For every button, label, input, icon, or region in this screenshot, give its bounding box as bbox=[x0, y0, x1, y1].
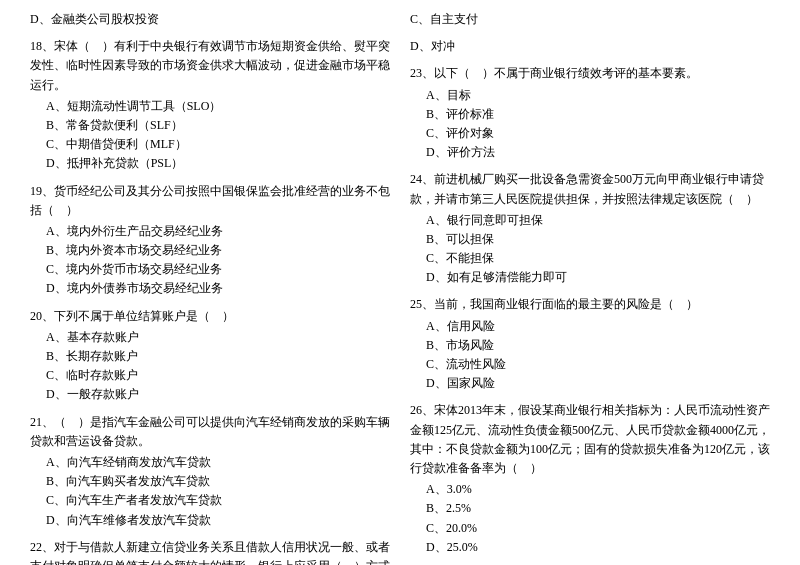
two-column-layout: D、金融类公司股权投资 18、宋体（ ）有利于中央银行有效调节市场短期资金供给、… bbox=[30, 10, 770, 565]
option-24-a: A、银行同意即可担保 bbox=[410, 211, 770, 230]
option-19-d: D、境内外债券市场交易经纪业务 bbox=[30, 279, 390, 298]
option-24-d: D、如有足够清偿能力即可 bbox=[410, 268, 770, 287]
question-text-18: 18、宋体（ ）有利于中央银行有效调节市场短期资金供给、熨平突发性、临时性因素导… bbox=[30, 37, 390, 95]
option-19-a: A、境内外衍生产品交易经纪业务 bbox=[30, 222, 390, 241]
question-text-22: 22、对于与借款人新建立信贷业务关系且借款人信用状况一般、或者支付对象明确但单笔… bbox=[30, 538, 390, 565]
question-text-20: 20、下列不属于单位结算账户是（ ） bbox=[30, 307, 390, 326]
option-26-a: A、3.0% bbox=[410, 480, 770, 499]
question-block-26: 26、宋体2013年末，假设某商业银行相关指标为：人民币流动性资产金额125亿元… bbox=[410, 401, 770, 557]
question-block-20: 20、下列不属于单位结算账户是（ ） A、基本存款账户 B、长期存款账户 C、临… bbox=[30, 307, 390, 405]
option-20-c: C、临时存款账户 bbox=[30, 366, 390, 385]
option-21-a: A、向汽车经销商发放汽车贷款 bbox=[30, 453, 390, 472]
option-23-c: C、评价对象 bbox=[410, 124, 770, 143]
right-column: C、自主支付 D、对冲 23、以下（ ）不属于商业银行绩效考评的基本要素。 A、… bbox=[410, 10, 770, 565]
question-block-22: 22、对于与借款人新建立信贷业务关系且借款人信用状况一般、或者支付对象明确但单笔… bbox=[30, 538, 390, 565]
question-block-d-finance: D、金融类公司股权投资 bbox=[30, 10, 390, 29]
question-text-d-hedge: D、对冲 bbox=[410, 37, 770, 56]
question-block-23: 23、以下（ ）不属于商业银行绩效考评的基本要素。 A、目标 B、评价标准 C、… bbox=[410, 64, 770, 162]
option-18-d: D、抵押补充贷款（PSL） bbox=[30, 154, 390, 173]
option-19-c: C、境内外货币市场交易经纪业务 bbox=[30, 260, 390, 279]
option-23-a: A、目标 bbox=[410, 86, 770, 105]
question-text-19: 19、货币经纪公司及其分公司按照中国银保监会批准经营的业务不包括（ ） bbox=[30, 182, 390, 220]
option-25-a: A、信用风险 bbox=[410, 317, 770, 336]
question-block-d-hedge: D、对冲 bbox=[410, 37, 770, 56]
question-block-25: 25、当前，我国商业银行面临的最主要的风险是（ ） A、信用风险 B、市场风险 … bbox=[410, 295, 770, 393]
option-20-d: D、一般存款账户 bbox=[30, 385, 390, 404]
question-block-21: 21、（ ）是指汽车金融公司可以提供向汽车经销商发放的采购车辆贷款和营运设备贷款… bbox=[30, 413, 390, 530]
question-block-18: 18、宋体（ ）有利于中央银行有效调节市场短期资金供给、熨平突发性、临时性因素导… bbox=[30, 37, 390, 173]
option-20-b: B、长期存款账户 bbox=[30, 347, 390, 366]
option-26-c: C、20.0% bbox=[410, 519, 770, 538]
option-25-d: D、国家风险 bbox=[410, 374, 770, 393]
option-25-b: B、市场风险 bbox=[410, 336, 770, 355]
question-text-d-finance: D、金融类公司股权投资 bbox=[30, 10, 390, 29]
option-21-d: D、向汽车维修者发放汽车贷款 bbox=[30, 511, 390, 530]
option-18-a: A、短期流动性调节工具（SLO） bbox=[30, 97, 390, 116]
page-container: D、金融类公司股权投资 18、宋体（ ）有利于中央银行有效调节市场短期资金供给、… bbox=[30, 10, 770, 565]
option-24-b: B、可以担保 bbox=[410, 230, 770, 249]
question-block-24: 24、前进机械厂购买一批设备急需资金500万元向甲商业银行申请贷款，并请市第三人… bbox=[410, 170, 770, 287]
question-text-21: 21、（ ）是指汽车金融公司可以提供向汽车经销商发放的采购车辆贷款和营运设备贷款… bbox=[30, 413, 390, 451]
question-text-25: 25、当前，我国商业银行面临的最主要的风险是（ ） bbox=[410, 295, 770, 314]
option-18-b: B、常备贷款便利（SLF） bbox=[30, 116, 390, 135]
question-text-c-self: C、自主支付 bbox=[410, 10, 770, 29]
option-26-d: D、25.0% bbox=[410, 538, 770, 557]
option-19-b: B、境内外资本市场交易经纪业务 bbox=[30, 241, 390, 260]
option-23-b: B、评价标准 bbox=[410, 105, 770, 124]
question-block-19: 19、货币经纪公司及其分公司按照中国银保监会批准经营的业务不包括（ ） A、境内… bbox=[30, 182, 390, 299]
option-21-b: B、向汽车购买者发放汽车贷款 bbox=[30, 472, 390, 491]
option-20-a: A、基本存款账户 bbox=[30, 328, 390, 347]
option-23-d: D、评价方法 bbox=[410, 143, 770, 162]
option-21-c: C、向汽车生产者者发放汽车贷款 bbox=[30, 491, 390, 510]
question-block-c-self: C、自主支付 bbox=[410, 10, 770, 29]
question-text-24: 24、前进机械厂购买一批设备急需资金500万元向甲商业银行申请贷款，并请市第三人… bbox=[410, 170, 770, 208]
option-18-c: C、中期借贷便利（MLF） bbox=[30, 135, 390, 154]
option-26-b: B、2.5% bbox=[410, 499, 770, 518]
option-25-c: C、流动性风险 bbox=[410, 355, 770, 374]
left-column: D、金融类公司股权投资 18、宋体（ ）有利于中央银行有效调节市场短期资金供给、… bbox=[30, 10, 390, 565]
option-24-c: C、不能担保 bbox=[410, 249, 770, 268]
question-text-23: 23、以下（ ）不属于商业银行绩效考评的基本要素。 bbox=[410, 64, 770, 83]
question-text-26: 26、宋体2013年末，假设某商业银行相关指标为：人民币流动性资产金额125亿元… bbox=[410, 401, 770, 478]
